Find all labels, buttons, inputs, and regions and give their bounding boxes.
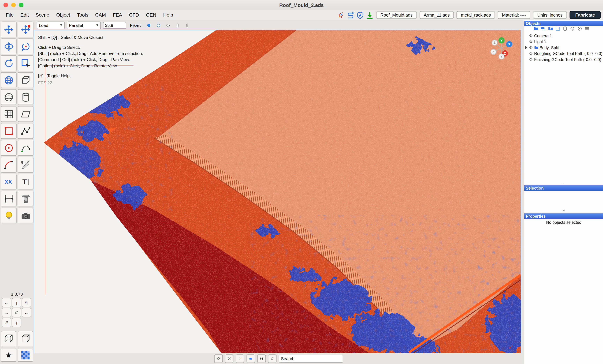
nav-arrow-button[interactable]: →	[2, 308, 11, 317]
gizmo-axis-x[interactable]: X	[506, 41, 512, 47]
nav-arrow-button[interactable]: ↖	[22, 298, 31, 307]
box-select-tool-button[interactable]	[18, 55, 33, 71]
rocket-icon[interactable]	[337, 11, 345, 19]
look-tool-button[interactable]	[1, 38, 16, 54]
orbit-tool-button[interactable]	[18, 38, 33, 54]
duplicate-folder-icon[interactable]	[541, 26, 546, 33]
menu-fea[interactable]: FEA	[109, 10, 126, 20]
browse-button[interactable]	[246, 354, 255, 363]
grid-tool-button[interactable]	[1, 106, 16, 122]
material-button[interactable]: Material: ----	[498, 11, 530, 19]
knife-tool-button[interactable]: 5	[18, 157, 33, 172]
sphere-primitive-tool-button[interactable]	[1, 89, 16, 105]
menu-gen[interactable]: GEN	[142, 10, 160, 20]
cylinder-primitive-tool-button[interactable]	[18, 89, 33, 105]
rectangle-sketch-tool-button[interactable]	[1, 123, 16, 139]
material-object-icon[interactable]	[570, 26, 575, 33]
polyline-tool-button[interactable]	[18, 123, 33, 139]
plane-tool-button[interactable]	[18, 106, 33, 122]
wireframe-cube-button[interactable]	[1, 331, 16, 346]
properties-panel-header[interactable]: Properties	[524, 213, 603, 219]
globe-tool-button[interactable]	[1, 72, 16, 88]
vertex-display-button[interactable]	[214, 354, 222, 363]
sync-icon[interactable]	[347, 11, 354, 19]
rotate-tool-button[interactable]	[1, 55, 16, 71]
solid-cube-button[interactable]	[18, 331, 33, 346]
refresh-button[interactable]	[268, 354, 276, 363]
projection-dropdown[interactable]: Parallel▼	[67, 21, 101, 29]
gizmo-axis-neg-y[interactable]: Y	[499, 54, 504, 59]
nav-arrow-button[interactable]: ←	[2, 298, 11, 307]
capsule-solid-view-button[interactable]	[183, 21, 191, 29]
arc-tool-button[interactable]	[1, 157, 16, 172]
tree-item[interactable]: Finishing GCode Tool Path (-0.0--0.0)	[524, 57, 603, 62]
doc-tab-3[interactable]: metal_rack.ads	[457, 11, 495, 19]
nav-arrow-button[interactable]: ↓	[12, 298, 21, 307]
axis-gizmo[interactable]: ZYXXZY	[487, 33, 518, 63]
add-group-icon[interactable]	[548, 26, 553, 33]
zoom-button[interactable]	[19, 3, 23, 7]
menu-cam[interactable]: CAM	[92, 10, 109, 20]
nav-cube-icon[interactable]	[12, 308, 21, 317]
gizmo-axis-neg-z[interactable]: Z	[492, 40, 497, 45]
doc-tab-2[interactable]: Arma_11.ads	[419, 11, 454, 19]
text-tool-button[interactable]: T	[18, 174, 33, 189]
favorites-button[interactable]: ★	[1, 349, 16, 362]
frame-all-button[interactable]	[225, 354, 233, 363]
panel-splitter[interactable]: ⋯	[524, 181, 603, 185]
menu-help[interactable]: Help	[160, 10, 177, 20]
menu-cfd[interactable]: CFD	[126, 10, 142, 20]
measure-tool-button[interactable]	[1, 191, 16, 206]
selection-panel-header[interactable]: Selection	[524, 185, 603, 191]
objects-panel-header[interactable]: Objects	[524, 21, 603, 26]
viewport[interactable]: Shift + [Q] - Select & Move ClosestClick…	[34, 30, 521, 354]
nav-arrow-button[interactable]: ↗	[2, 318, 11, 327]
search-input[interactable]	[279, 355, 343, 363]
mesh-object-icon[interactable]	[563, 26, 568, 33]
doc-tab-1[interactable]: Roof_Mould.ads	[376, 11, 417, 19]
textured-view-button[interactable]	[164, 21, 172, 29]
circle-sketch-tool-button[interactable]	[1, 140, 16, 156]
panel-view-icon[interactable]	[555, 26, 560, 33]
menu-scene[interactable]: Scene	[32, 10, 53, 20]
bolt-tool-button[interactable]	[18, 191, 33, 206]
fabricate-button[interactable]: Fabricate	[569, 11, 601, 19]
panel-splitter[interactable]: ⋯	[524, 208, 603, 213]
gizmo-axis-y[interactable]: Y	[498, 37, 504, 44]
nav-arrow-button[interactable]: ←	[22, 308, 31, 317]
close-button[interactable]	[3, 3, 8, 7]
light-tool-button[interactable]	[1, 207, 16, 223]
bezier-tool-button[interactable]	[18, 140, 33, 156]
shield-icon[interactable]	[356, 11, 364, 19]
camera-tool-button[interactable]	[18, 207, 33, 223]
tree-item[interactable]: Roughing GCode Tool Path (-0.0--0.0)	[524, 51, 603, 57]
target-object-icon[interactable]	[577, 26, 582, 33]
fov-input[interactable]	[103, 22, 126, 29]
measure-display-button[interactable]	[257, 354, 265, 363]
menu-tools[interactable]: Tools	[74, 10, 92, 20]
expander-icon[interactable]	[525, 46, 527, 49]
nav-arrow-button[interactable]: ↑	[12, 318, 21, 327]
tree-item[interactable]: Body_Split	[524, 45, 603, 51]
remove-doubles-tool-button[interactable]: XX	[1, 174, 16, 189]
menu-object[interactable]: Object	[53, 10, 73, 20]
tree-item[interactable]: Camera 1	[524, 33, 603, 39]
minimize-button[interactable]	[11, 3, 16, 7]
capsule-view-button[interactable]	[174, 21, 182, 29]
box-primitive-tool-button[interactable]	[18, 72, 33, 88]
move-closest-tool-button[interactable]	[18, 22, 33, 37]
new-folder-icon[interactable]	[533, 26, 538, 33]
pick-tool-button[interactable]	[235, 354, 244, 363]
uv-grid-button[interactable]	[18, 349, 33, 362]
units-button[interactable]: Units: inches	[533, 11, 567, 19]
wireframe-view-button[interactable]	[154, 21, 162, 29]
tree-item[interactable]: Light 1	[524, 39, 603, 45]
download-icon[interactable]	[366, 11, 373, 19]
layers-object-icon[interactable]	[584, 26, 590, 33]
shaded-view-button[interactable]	[145, 21, 153, 29]
load-dropdown[interactable]: Load▼	[37, 21, 65, 29]
gizmo-axis-neg-x[interactable]: X	[491, 49, 496, 55]
menu-edit[interactable]: Edit	[17, 10, 32, 20]
menu-file[interactable]: File	[2, 10, 17, 20]
move-tool-button[interactable]	[1, 22, 16, 37]
